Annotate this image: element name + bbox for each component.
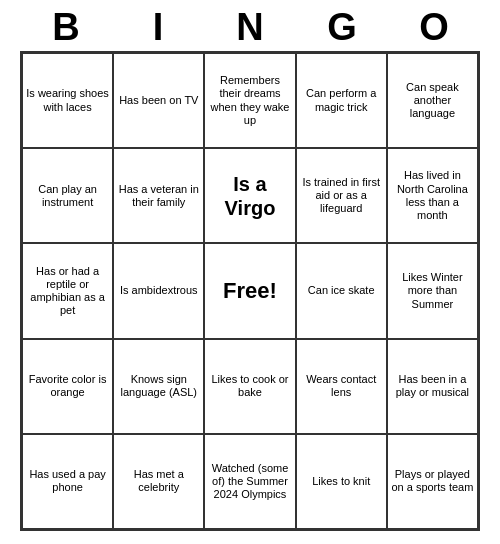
title-letter: G bbox=[319, 6, 365, 49]
bingo-cell: Is a Virgo bbox=[204, 148, 295, 243]
bingo-cell: Can ice skate bbox=[296, 243, 387, 338]
bingo-cell: Has been in a play or musical bbox=[387, 339, 478, 434]
bingo-cell: Has met a celebrity bbox=[113, 434, 204, 529]
bingo-cell: Free! bbox=[204, 243, 295, 338]
bingo-cell: Has lived in North Carolina less than a … bbox=[387, 148, 478, 243]
bingo-cell: Has been on TV bbox=[113, 53, 204, 148]
bingo-cell: Plays or played on a sports team bbox=[387, 434, 478, 529]
bingo-cell: Likes Winter more than Summer bbox=[387, 243, 478, 338]
bingo-cell: Likes to knit bbox=[296, 434, 387, 529]
title-letter: I bbox=[135, 6, 181, 49]
bingo-cell: Has a veteran in their family bbox=[113, 148, 204, 243]
title-letter: O bbox=[411, 6, 457, 49]
bingo-cell: Is wearing shoes with laces bbox=[22, 53, 113, 148]
bingo-cell: Has used a pay phone bbox=[22, 434, 113, 529]
title-letter: N bbox=[227, 6, 273, 49]
title-letter: B bbox=[43, 6, 89, 49]
bingo-cell: Wears contact lens bbox=[296, 339, 387, 434]
bingo-cell: Can perform a magic trick bbox=[296, 53, 387, 148]
bingo-cell: Remembers their dreams when they wake up bbox=[204, 53, 295, 148]
bingo-title: BINGO bbox=[20, 0, 480, 51]
bingo-cell: Watched (some of) the Summer 2024 Olympi… bbox=[204, 434, 295, 529]
bingo-cell: Likes to cook or bake bbox=[204, 339, 295, 434]
bingo-cell: Is trained in first aid or as a lifeguar… bbox=[296, 148, 387, 243]
bingo-grid: Is wearing shoes with lacesHas been on T… bbox=[20, 51, 480, 531]
bingo-cell: Is ambidextrous bbox=[113, 243, 204, 338]
bingo-cell: Can play an instrument bbox=[22, 148, 113, 243]
bingo-cell: Knows sign language (ASL) bbox=[113, 339, 204, 434]
bingo-cell: Can speak another language bbox=[387, 53, 478, 148]
bingo-cell: Has or had a reptile or amphibian as a p… bbox=[22, 243, 113, 338]
bingo-cell: Favorite color is orange bbox=[22, 339, 113, 434]
